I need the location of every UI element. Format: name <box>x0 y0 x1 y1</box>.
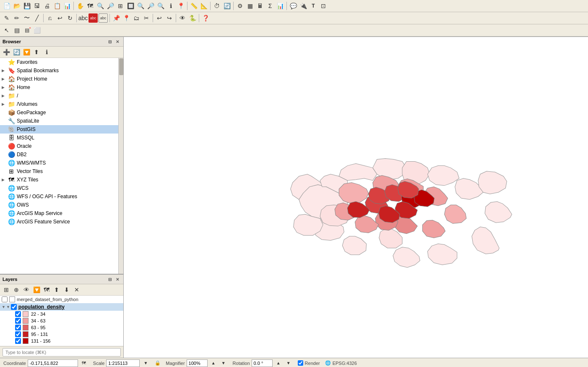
legend-5-checkbox[interactable] <box>15 338 21 344</box>
layers-add2-btn[interactable]: ⊕ <box>12 286 21 294</box>
redo-button[interactable]: ↩ <box>55 13 65 23</box>
browser-item-mssql[interactable]: 🗄MSSQL <box>0 134 118 142</box>
print2-button[interactable]: 📋 <box>52 1 62 10</box>
browser-collapse-btn[interactable]: ⊟ <box>107 38 113 45</box>
browser-item-spatial-bookmarks[interactable]: ▶🔖Spatial Bookmarks <box>0 66 118 75</box>
label3-button[interactable]: abc <box>99 13 108 23</box>
layers-up-btn[interactable]: ⬆ <box>52 286 61 294</box>
plugin-button[interactable]: 🔌 <box>299 1 308 10</box>
select-button[interactable]: ↖ <box>2 26 11 35</box>
pin2-button[interactable]: 📍 <box>122 13 131 23</box>
help-button[interactable]: ⊡ <box>319 1 328 10</box>
layers-down-btn[interactable]: ⬇ <box>62 286 71 294</box>
browser-scrollbar[interactable] <box>118 58 123 274</box>
print3-button[interactable]: 📊 <box>62 1 72 10</box>
layer-pop-density-checkbox[interactable] <box>11 304 17 310</box>
label2-button[interactable]: abc <box>88 13 98 23</box>
pan-map-button[interactable]: 🗺 <box>86 1 95 10</box>
layer-merged-checkbox[interactable] <box>2 296 8 302</box>
magnifier-input[interactable] <box>187 359 208 367</box>
grid-button[interactable]: ▦ <box>245 1 255 10</box>
stats-button[interactable]: 📊 <box>276 1 285 10</box>
browser-item-favorites[interactable]: ⭐Favorites <box>0 58 118 66</box>
rotation-up[interactable]: ▲ <box>275 359 282 367</box>
settings-button[interactable]: ⚙ <box>235 1 245 10</box>
save-project-button[interactable]: 💾 <box>22 1 31 10</box>
browser-item-ows[interactable]: 🌐OWS <box>0 201 118 209</box>
open-project-button[interactable]: 📂 <box>12 1 21 10</box>
browser-refresh-btn[interactable]: 🔄 <box>12 48 21 56</box>
time-button[interactable]: ⏱ <box>212 1 221 10</box>
browser-help-btn[interactable]: ℹ <box>42 48 51 56</box>
layers-filter-btn[interactable]: 🔽 <box>32 286 41 294</box>
magnifier-up[interactable]: ▲ <box>210 359 217 367</box>
legend-4-checkbox[interactable] <box>15 331 21 337</box>
browser-item-db2[interactable]: 🔵DB2 <box>0 150 118 159</box>
browser-item-spatialite[interactable]: 🔧SpatiaLite <box>0 117 118 125</box>
pin-button[interactable]: 📌 <box>112 13 121 23</box>
layers-add-btn[interactable]: ⊞ <box>2 286 10 294</box>
deselect-button[interactable]: ▤× <box>22 26 31 35</box>
rotation-down[interactable]: ▼ <box>285 359 292 367</box>
magnifier-down[interactable]: ▼ <box>220 359 227 367</box>
legend-1-checkbox[interactable] <box>15 311 21 317</box>
python-button[interactable]: 🐍 <box>188 13 197 23</box>
refresh-button[interactable]: 🔄 <box>222 1 232 10</box>
browser-close-btn[interactable]: ✕ <box>114 38 121 45</box>
browser-item-vector-tiles[interactable]: ⊞Vector Tiles <box>0 167 118 176</box>
coordinate-btn[interactable]: 🗺 <box>80 359 88 367</box>
pan-feature-button[interactable]: 🔍 <box>156 1 165 10</box>
browser-item-xyz-tiles[interactable]: ▶🗺XYZ Tiles <box>0 176 118 184</box>
layer-merged[interactable]: merged_dataset_from_python <box>0 296 123 303</box>
measure-button[interactable]: 📏 <box>189 1 198 10</box>
browser-item-oracle[interactable]: 🔴Oracle <box>0 142 118 150</box>
zoom-out-button[interactable]: 🔎 <box>106 1 115 10</box>
info-button[interactable]: 📍 <box>176 1 185 10</box>
zoom-extent-button[interactable]: ⊞ <box>116 1 125 10</box>
browser-item-wfs[interactable]: 🌐WFS / OGC API - Features <box>0 192 118 201</box>
coordinate-input[interactable] <box>28 359 78 367</box>
layers-close-btn[interactable]: ✕ <box>114 276 121 283</box>
layers-map-btn[interactable]: 🗺 <box>42 286 51 294</box>
identify-button[interactable]: ℹ <box>166 1 175 10</box>
calc-button[interactable]: 🖩 <box>255 1 265 10</box>
edit-button[interactable]: ✎ <box>2 13 11 23</box>
browser-item-root[interactable]: ▶📁/ <box>0 92 118 100</box>
sigma-button[interactable]: Σ <box>265 1 275 10</box>
browser-item-project-home[interactable]: ▶🏠Project Home <box>0 75 118 83</box>
undo-button[interactable]: ↩ <box>155 13 164 23</box>
browser-item-arcgis-map[interactable]: 🌐ArcGIS Map Service <box>0 209 118 218</box>
redo-button2[interactable]: ↪ <box>165 13 174 23</box>
zoom-native-button[interactable]: 🔎 <box>146 1 155 10</box>
locate-search-input[interactable] <box>3 348 121 357</box>
comment-button[interactable]: 💬 <box>289 1 298 10</box>
scale-input[interactable] <box>106 359 140 367</box>
filter-button[interactable]: ⬜ <box>32 26 42 35</box>
browser-item-geopackage[interactable]: 📦GeoPackage <box>0 108 118 117</box>
erase-button[interactable]: ✂ <box>142 13 151 23</box>
pan-button[interactable]: ✋ <box>75 1 85 10</box>
zoom-select-button[interactable]: 🔲 <box>126 1 135 10</box>
zoom-layer-button[interactable]: 🔍 <box>136 1 145 10</box>
zoom-in-button[interactable]: 🔍 <box>96 1 105 10</box>
rotate-button[interactable]: ↻ <box>65 13 75 23</box>
print-button[interactable]: 🖨 <box>42 1 52 10</box>
pin3-button[interactable]: 🗂 <box>132 13 141 23</box>
browser-item-arcgis-feature[interactable]: 🌐ArcGIS Feature Service <box>0 218 118 226</box>
select2-button[interactable]: ▤ <box>12 26 21 35</box>
render-checkbox[interactable] <box>298 360 303 366</box>
undo-button2[interactable]: ⎌ <box>45 13 55 23</box>
layer-pop-density[interactable]: ▼ ▼ population_density <box>0 303 123 311</box>
browser-item-home[interactable]: ▶🏠Home <box>0 83 118 92</box>
curve-button[interactable]: 〜 <box>22 13 31 23</box>
measure2-button[interactable]: 📐 <box>199 1 208 10</box>
digitize-button[interactable]: ✏ <box>12 13 21 23</box>
browser-collapse-tree-btn[interactable]: ⬆ <box>32 48 41 56</box>
layers-toggle-btn[interactable]: 👁 <box>22 286 31 294</box>
qgis-button[interactable]: ❓ <box>201 13 210 23</box>
scale-dropdown[interactable]: ▼ <box>142 359 149 367</box>
browser-item-postgis[interactable]: 🐘PostGIS <box>0 125 118 134</box>
layers-collapse-btn[interactable]: ⊟ <box>107 276 113 283</box>
browser-item-wms-wmts[interactable]: 🌐WMS/WMTS <box>0 159 118 167</box>
save-as-button[interactable]: 🖫 <box>32 1 42 10</box>
